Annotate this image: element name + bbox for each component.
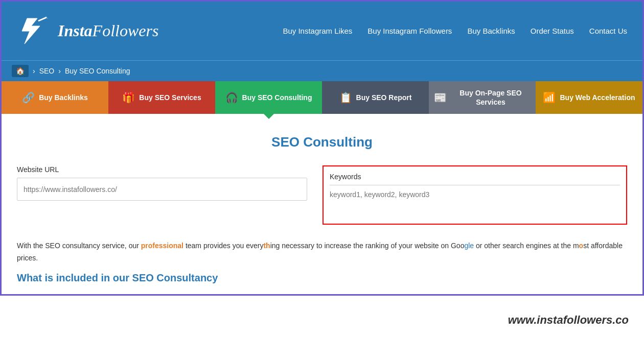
header: InstaFollowers Buy Instagram Likes Buy I… [2, 2, 642, 60]
nav-buy-instagram-followers[interactable]: Buy Instagram Followers [367, 27, 452, 35]
tab-buy-on-page-seo[interactable]: 📰 Buy On-Page SEO Services [429, 81, 536, 114]
nav-contact-us[interactable]: Contact Us [589, 27, 627, 35]
breadcrumb: 🏠 › SEO › Buy SEO Consulting [2, 60, 642, 81]
nav-buy-instagram-likes[interactable]: Buy Instagram Likes [283, 27, 352, 35]
web-accel-icon: 📶 [543, 91, 556, 104]
tab-bar: 🔗 Buy Backlinks 🎁 Buy SEO Services 🎧 Buy… [2, 81, 642, 114]
main-content: SEO Consulting Website URL Keywords With… [2, 114, 642, 294]
description-text: With the SEO consultancy service, our pr… [17, 240, 627, 264]
logo-icon [17, 13, 53, 49]
page-title: SEO Consulting [17, 134, 627, 150]
nav-order-status[interactable]: Order Status [531, 27, 574, 35]
seo-services-icon: 🎁 [122, 91, 135, 104]
tab-buy-seo-consulting[interactable]: 🎧 Buy SEO Consulting [215, 81, 322, 114]
breadcrumb-seo[interactable]: SEO [39, 67, 55, 75]
logo[interactable]: InstaFollowers [17, 13, 158, 49]
breadcrumb-buy-seo-consulting[interactable]: Buy SEO Consulting [65, 67, 130, 75]
tab-buy-seo-services[interactable]: 🎁 Buy SEO Services [108, 81, 215, 114]
tab-buy-backlinks[interactable]: 🔗 Buy Backlinks [2, 81, 108, 114]
svg-marker-0 [22, 18, 40, 44]
seo-consulting-icon: 🎧 [225, 91, 238, 104]
breadcrumb-home[interactable]: 🏠 [12, 65, 29, 77]
keywords-input[interactable] [330, 185, 620, 215]
seo-report-icon: 📋 [339, 91, 352, 104]
keywords-label: Keywords [330, 173, 620, 181]
main-nav: Buy Instagram Likes Buy Instagram Follow… [283, 27, 627, 35]
website-url-label: Website URL [17, 165, 307, 174]
website-url-group: Website URL [17, 165, 307, 225]
keywords-group: Keywords [323, 165, 627, 225]
website-url-input[interactable] [17, 178, 307, 201]
tab-buy-seo-report[interactable]: 📋 Buy SEO Report [322, 81, 429, 114]
section-title: What is included in our SEO Consultancy [17, 272, 627, 284]
svg-line-1 [38, 17, 47, 21]
backlinks-icon: 🔗 [22, 91, 35, 104]
form-area: Website URL Keywords [17, 165, 627, 225]
nav-buy-backlinks[interactable]: Buy Backlinks [467, 27, 515, 35]
on-page-icon: 📰 [434, 91, 447, 104]
tab-buy-web-acceleration[interactable]: 📶 Buy Web Acceleration [536, 81, 642, 114]
logo-text: InstaFollowers [58, 21, 158, 40]
